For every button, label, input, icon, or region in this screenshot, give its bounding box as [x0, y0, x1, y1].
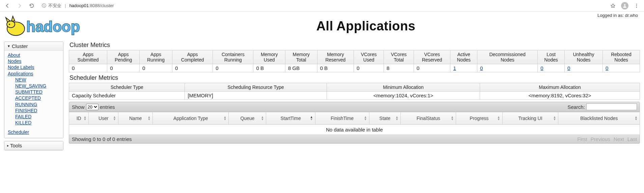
pager-button[interactable]: Last: [627, 136, 637, 142]
column-header[interactable]: StartTime▲▼: [266, 112, 315, 125]
metrics-header: Maximum Allocation: [480, 83, 640, 92]
column-header[interactable]: State▲▼: [369, 112, 401, 125]
metrics-header: MemoryTotal: [285, 50, 317, 64]
sidebar-link-appstate[interactable]: RUNNING: [15, 101, 60, 107]
back-icon[interactable]: [3, 2, 11, 10]
metrics-link[interactable]: 0: [540, 65, 543, 71]
metrics-cell[interactable]: 0: [603, 64, 640, 72]
metrics-header: RebootedNodes: [603, 50, 640, 64]
column-header[interactable]: Progress▲▼: [456, 112, 503, 125]
sort-icon: ▲▼: [635, 116, 638, 121]
sort-icon: ▲▼: [223, 116, 226, 121]
scheduler-metrics-title: Scheduler Metrics: [69, 74, 640, 81]
forward-icon[interactable]: [16, 2, 24, 10]
metrics-cell: 0: [172, 64, 213, 72]
sidebar-link-appstate[interactable]: ACCEPTED: [15, 95, 60, 101]
metrics-cell: <memory:1024, vCores:1>: [327, 92, 480, 100]
svg-text:hadoop: hadoop: [26, 18, 80, 35]
entries-select[interactable]: 20: [86, 104, 99, 110]
metrics-cell[interactable]: 1: [450, 64, 477, 72]
caret-down-icon: ▼: [7, 44, 10, 48]
sidebar-link-appstate[interactable]: KILLED: [15, 120, 60, 126]
sidebar-link-applications[interactable]: Applications: [8, 71, 60, 77]
metrics-header: LostNodes: [538, 50, 565, 64]
sort-icon: ▲▼: [147, 116, 150, 121]
logged-in-label: Logged in as: dr.who: [597, 13, 638, 18]
metrics-header: VCoresReserved: [414, 50, 450, 64]
main-content: Cluster Metrics AppsSubmittedAppsPending…: [69, 42, 640, 144]
column-header[interactable]: Queue▲▼: [229, 112, 266, 125]
insecure-label: 不安全: [48, 3, 61, 9]
sort-icon: ▲▼: [553, 116, 556, 121]
column-header[interactable]: Tracking UI▲▼: [502, 112, 558, 125]
sidebar-link-about[interactable]: About: [8, 52, 60, 58]
column-header[interactable]: ID▲▼: [69, 112, 89, 125]
cluster-metrics-table: AppsSubmittedAppsPendingAppsRunningAppsC…: [69, 50, 640, 72]
sidebar-link-appstate[interactable]: NEW_SAVING: [15, 83, 60, 89]
column-header[interactable]: Blacklisted Nodes▲▼: [558, 112, 640, 125]
column-header[interactable]: User▲▼: [89, 112, 118, 125]
pager-button[interactable]: First: [577, 136, 587, 142]
metrics-cell: 0 B: [253, 64, 285, 72]
metrics-header: ContainersRunning: [213, 50, 253, 64]
metrics-cell: 0: [140, 64, 172, 72]
sidebar-link-appstate[interactable]: NEW: [15, 77, 60, 83]
datatable-toolbar: Show 20 entries Search:: [69, 102, 640, 112]
metrics-cell: 0 B: [317, 64, 354, 72]
reload-icon[interactable]: [28, 2, 36, 10]
sort-icon: ▲▼: [395, 116, 398, 121]
browser-toolbar: ⓘ 不安全 | hadoop01:8088/cluster: [0, 0, 644, 11]
metrics-cell: 0: [107, 64, 140, 72]
applications-table: ID▲▼User▲▼Name▲▼Application Type▲▼Queue▲…: [69, 112, 640, 135]
sidebar-link-nodes[interactable]: Nodes: [8, 58, 60, 64]
sort-icon: ▲▼: [310, 116, 313, 121]
metrics-header: AppsSubmitted: [69, 50, 107, 64]
svg-point-3: [636, 7, 637, 7]
sidebar-section-cluster[interactable]: ▼Cluster: [4, 42, 63, 51]
sort-icon: ▲▼: [451, 116, 454, 121]
sidebar-section-tools[interactable]: ▸Tools: [4, 141, 63, 150]
metrics-link[interactable]: 0: [480, 65, 483, 71]
sort-icon: ▲▼: [83, 116, 86, 121]
column-header[interactable]: FinalStatus▲▼: [401, 112, 456, 125]
search-input[interactable]: [586, 103, 637, 110]
sort-icon: ▲▼: [261, 116, 264, 121]
metrics-header: ActiveNodes: [450, 50, 477, 64]
metrics-header: AppsCompleted: [172, 50, 213, 64]
metrics-cell[interactable]: 0: [564, 64, 603, 72]
pager-button[interactable]: Previous: [590, 136, 610, 142]
pager-button[interactable]: Next: [614, 136, 624, 142]
metrics-link[interactable]: 0: [606, 65, 608, 71]
metrics-header: VCoresTotal: [384, 50, 414, 64]
sidebar-link-appstate[interactable]: FINISHED: [15, 107, 60, 114]
sidebar: ▼Cluster About Nodes Node Labels Applica…: [4, 42, 63, 153]
profile-icon[interactable]: [621, 2, 628, 9]
datatable-info: Showing 0 to 0 of 0 entries: [72, 136, 132, 142]
address-bar[interactable]: ⓘ 不安全 | hadoop01:8088/cluster: [42, 3, 114, 9]
page-title: All Applications: [105, 19, 626, 33]
metrics-link[interactable]: 0: [567, 65, 570, 71]
sidebar-link-node-labels[interactable]: Node Labels: [8, 64, 60, 70]
datatable-footer: Showing 0 to 0 of 0 entries FirstPreviou…: [69, 135, 640, 144]
metrics-header: AppsRunning: [140, 50, 172, 64]
sidebar-link-appstate[interactable]: FAILED: [15, 114, 60, 120]
metrics-header: DecommissionedNodes: [477, 50, 538, 64]
sidebar-link-appstate[interactable]: SUBMITTED: [15, 89, 60, 95]
metrics-link[interactable]: 1: [453, 65, 456, 71]
svg-point-6: [9, 24, 10, 25]
metrics-cell: 8 GB: [285, 64, 317, 72]
sidebar-link-scheduler[interactable]: Scheduler: [8, 129, 60, 135]
star-icon[interactable]: [609, 2, 617, 10]
column-header[interactable]: FinishTime▲▼: [315, 112, 369, 125]
menu-icon[interactable]: [633, 2, 641, 10]
metrics-header: Scheduling Resource Type: [185, 83, 327, 92]
caret-right-icon: ▸: [7, 144, 9, 147]
metrics-cell[interactable]: 0: [538, 64, 565, 72]
search-label: Search:: [567, 104, 585, 110]
metrics-header: AppsPending: [107, 50, 140, 64]
svg-point-0: [624, 4, 626, 6]
metrics-cell[interactable]: 0: [477, 64, 538, 72]
metrics-cell: 0: [354, 64, 384, 72]
column-header[interactable]: Name▲▼: [118, 112, 153, 125]
column-header[interactable]: Application Type▲▼: [153, 112, 229, 125]
